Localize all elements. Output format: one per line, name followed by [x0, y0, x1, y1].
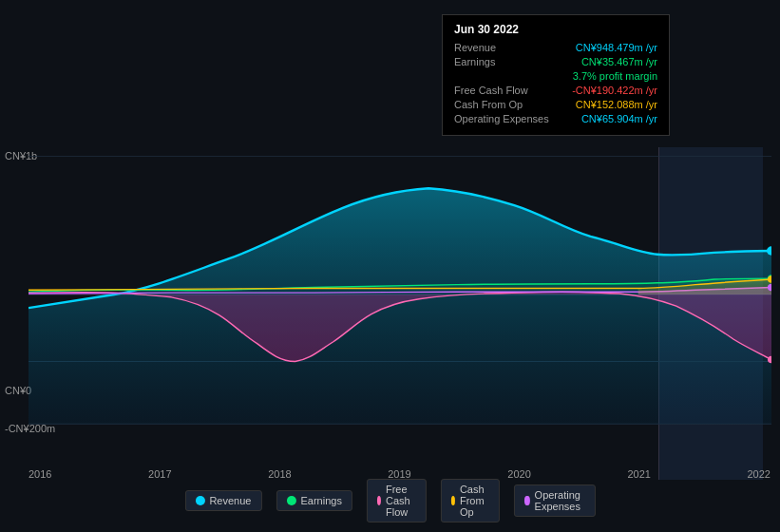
- tooltip-value-revenue: CN¥948.479m /yr: [576, 42, 657, 53]
- legend-dot-fcf: [377, 496, 381, 505]
- tooltip-row-revenue: Revenue CN¥948.479m /yr: [454, 42, 657, 53]
- tooltip-label-opex: Operating Expenses: [454, 113, 559, 124]
- tooltip-label-fcf: Free Cash Flow: [454, 85, 559, 96]
- tooltip-value-earnings: CN¥35.467m /yr: [581, 56, 657, 67]
- x-label-2022: 2022: [747, 468, 770, 480]
- tooltip-row-cashop: Cash From Op CN¥152.088m /yr: [454, 99, 657, 110]
- profit-margin-row: 3.7% profit margin: [454, 70, 657, 82]
- legend-item-cashop[interactable]: Cash From Op: [441, 479, 501, 522]
- legend-label-fcf: Free Cash Flow: [386, 484, 416, 518]
- legend-item-revenue[interactable]: Revenue: [184, 490, 261, 511]
- tooltip-value-fcf: -CN¥190.422m /yr: [572, 85, 657, 96]
- tooltip-row-opex: Operating Expenses CN¥65.904m /yr: [454, 113, 657, 124]
- legend-dot-cashop: [451, 496, 455, 505]
- chart-container: Jun 30 2022 Revenue CN¥948.479m /yr Earn…: [0, 0, 780, 532]
- tooltip-value-cashop: CN¥152.088m /yr: [576, 99, 657, 110]
- tooltip-row-earnings: Earnings CN¥35.467m /yr: [454, 56, 657, 67]
- legend-label-cashop: Cash From Op: [460, 484, 489, 518]
- tooltip-label-cashop: Cash From Op: [454, 99, 559, 110]
- tooltip-label-earnings: Earnings: [454, 56, 559, 67]
- x-label-2016: 2016: [29, 468, 51, 480]
- profit-margin-text: 3.7% profit margin: [573, 70, 657, 82]
- legend: Revenue Earnings Free Cash Flow Cash Fro…: [184, 479, 595, 522]
- legend-dot-revenue: [195, 496, 204, 505]
- x-label-2017: 2017: [148, 468, 171, 480]
- legend-dot-opex: [524, 496, 529, 505]
- tooltip-row-fcf: Free Cash Flow -CN¥190.422m /yr: [454, 85, 657, 96]
- tooltip-box: Jun 30 2022 Revenue CN¥948.479m /yr Earn…: [442, 14, 670, 136]
- tooltip-title: Jun 30 2022: [454, 23, 657, 36]
- x-label-2021: 2021: [627, 468, 650, 480]
- legend-dot-earnings: [286, 496, 295, 505]
- legend-item-fcf[interactable]: Free Cash Flow: [367, 479, 427, 522]
- y-label-mid: CN¥0: [5, 385, 31, 396]
- tooltip-label-revenue: Revenue: [454, 42, 559, 53]
- legend-label-revenue: Revenue: [209, 495, 251, 506]
- tooltip-value-opex: CN¥65.904m /yr: [581, 113, 657, 124]
- legend-label-opex: Operating Expenses: [535, 489, 585, 512]
- chart-svg: [29, 147, 771, 442]
- legend-item-earnings[interactable]: Earnings: [276, 490, 352, 511]
- legend-item-opex[interactable]: Operating Expenses: [514, 484, 595, 517]
- legend-label-earnings: Earnings: [300, 495, 341, 506]
